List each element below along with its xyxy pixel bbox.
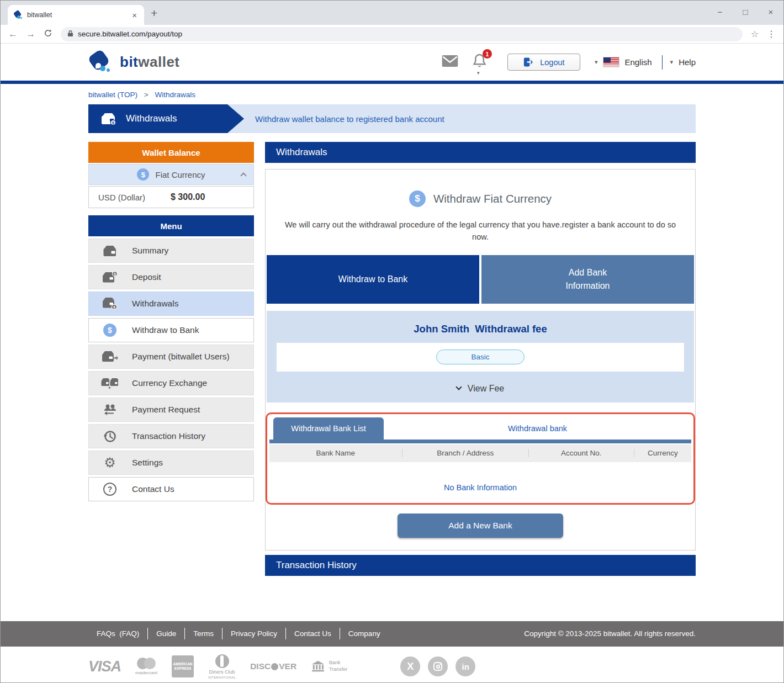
tab-underline bbox=[269, 440, 691, 443]
bank-transfer-logo: Bank Transfer bbox=[311, 660, 347, 673]
language-label[interactable]: English bbox=[624, 57, 651, 67]
sidebar-item-withdrawals[interactable]: $ Withdrawals bbox=[88, 292, 254, 316]
withdraw-to-bank-button[interactable]: Withdraw to Bank bbox=[267, 255, 479, 304]
column-bank-name: Bank Name bbox=[269, 449, 402, 457]
wallet-icon bbox=[100, 245, 120, 257]
chevron-up-icon bbox=[240, 172, 246, 178]
help-caret-icon[interactable]: ▾ bbox=[670, 59, 674, 66]
column-branch-address: Branch / Address bbox=[402, 449, 529, 457]
sidebar-item-currency-exchange[interactable]: Currency Exchange bbox=[88, 371, 254, 395]
sidebar-item-summary[interactable]: Summary bbox=[88, 239, 254, 263]
tab-withdrawal-bank[interactable]: Withdrawal bank bbox=[384, 417, 691, 440]
footer-link-terms[interactable]: Terms bbox=[184, 628, 222, 639]
address-bar[interactable]: secure.bitwallet.com/payout/top bbox=[61, 27, 743, 41]
fiat-title: Withdraw Fiat Currency bbox=[433, 192, 552, 205]
banner-title: Withdrawals bbox=[126, 113, 177, 124]
withdrawal-fee-panel: John Smith Withdrawal fee Basic View Fee bbox=[267, 311, 694, 403]
history-clock-icon bbox=[100, 430, 120, 443]
balance-amount: $ 300.00 bbox=[171, 192, 205, 202]
maximize-button[interactable]: □ bbox=[733, 7, 758, 17]
browser-tab[interactable]: bitwallet × bbox=[8, 5, 144, 25]
sidebar-item-withdraw-to-bank[interactable]: $ Withdraw to Bank bbox=[88, 318, 254, 342]
fiat-currency-toggle[interactable]: $ Fiat Currency bbox=[88, 164, 254, 185]
wallet-balance-header: Wallet Balance bbox=[88, 142, 254, 163]
header-accent-line bbox=[1, 81, 783, 84]
notification-caret-icon: ▾ bbox=[477, 70, 480, 76]
add-bank-information-button[interactable]: Add Bank Information bbox=[481, 255, 694, 304]
footer: FAQs (FAQ) Guide Terms Privacy Policy Co… bbox=[1, 621, 783, 647]
breadcrumb: bitwallet (TOP) > Withdrawals bbox=[88, 91, 696, 99]
breadcrumb-home-link[interactable]: bitwallet (TOP) bbox=[88, 91, 137, 99]
linkedin-icon[interactable]: in bbox=[455, 656, 475, 676]
browser-tabbar: bitwallet × + − □ × bbox=[1, 1, 783, 25]
sidebar: Wallet Balance $ Fiat Currency USD (Doll… bbox=[88, 142, 254, 501]
bookmark-star-icon[interactable]: ☆ bbox=[751, 29, 759, 39]
logout-button[interactable]: Logout bbox=[507, 54, 580, 71]
wallet-payment-icon bbox=[100, 351, 120, 363]
sidebar-item-settings[interactable]: ⚙ Settings bbox=[88, 451, 254, 475]
bitwallet-favicon bbox=[13, 10, 23, 20]
people-icon bbox=[100, 404, 120, 416]
amex-logo: AMERICAN EXPRESS bbox=[172, 655, 194, 677]
footer-link-company[interactable]: Company bbox=[340, 628, 389, 639]
reload-icon[interactable] bbox=[44, 29, 52, 40]
chevron-down-icon bbox=[455, 384, 462, 390]
fee-title: John Smith Withdrawal fee bbox=[277, 323, 684, 335]
page-banner: $ Withdrawals Withdraw wallet balance to… bbox=[88, 104, 696, 133]
logo-text-bit: bit bbox=[120, 54, 138, 70]
x-social-icon[interactable]: X bbox=[400, 656, 420, 676]
tab-withdrawal-bank-list[interactable]: Withdrawal Bank List bbox=[273, 417, 384, 440]
bank-table-header: Bank Name Branch / Address Account No. C… bbox=[269, 444, 691, 462]
back-icon[interactable]: ← bbox=[8, 29, 18, 40]
language-caret-icon[interactable]: ▾ bbox=[595, 59, 598, 66]
logout-icon bbox=[523, 57, 533, 67]
withdrawals-wallet-icon: $ bbox=[100, 112, 117, 126]
banner-subtitle: Withdraw wallet balance to registered ba… bbox=[255, 114, 444, 124]
wallet-deposit-icon: $ bbox=[100, 271, 120, 284]
svg-text:$: $ bbox=[113, 305, 115, 310]
plan-badge[interactable]: Basic bbox=[436, 350, 524, 364]
sidebar-item-transaction-history[interactable]: Transaction History bbox=[88, 424, 254, 448]
bank-list-section-highlighted: Withdrawal Bank List Withdrawal bank Ban… bbox=[266, 412, 695, 505]
browser-menu-icon[interactable]: ⋮ bbox=[767, 29, 776, 39]
breadcrumb-current: Withdrawals bbox=[155, 91, 195, 99]
forward-icon[interactable]: → bbox=[26, 29, 35, 40]
sidebar-item-payment-request[interactable]: Payment Request bbox=[88, 398, 254, 422]
transaction-history-title: Transaction History bbox=[265, 555, 696, 576]
bank-building-icon bbox=[311, 660, 325, 673]
sidebar-item-payment[interactable]: Payment (bitwallet Users) bbox=[88, 345, 254, 369]
sidebar-item-contact-us[interactable]: ? Contact Us bbox=[88, 477, 254, 501]
withdraw-fiat-panel: $ Withdraw Fiat Currency We will carry o… bbox=[265, 169, 696, 550]
copyright: Copyright © 2013-2025 bitwallet. All rig… bbox=[524, 629, 696, 638]
tab-close-icon[interactable]: × bbox=[130, 10, 139, 20]
help-link[interactable]: Help bbox=[679, 57, 696, 67]
browser-urlbar: ← → secure.bitwallet.com/payout/top ☆ ⋮ bbox=[1, 25, 783, 44]
new-tab-button[interactable]: + bbox=[151, 5, 157, 22]
add-new-bank-button[interactable]: Add a New Bank bbox=[398, 513, 563, 538]
instagram-icon[interactable] bbox=[428, 656, 448, 676]
window-close-button[interactable]: × bbox=[758, 7, 783, 17]
footer-link-privacy[interactable]: Privacy Policy bbox=[222, 628, 285, 639]
site-header: bitwallet 1 ▾ Logout ▾ English bbox=[1, 44, 783, 81]
footer-link-contact[interactable]: Contact Us bbox=[285, 628, 340, 639]
notification-bell-icon[interactable]: 1 ▾ bbox=[473, 54, 486, 71]
column-currency: Currency bbox=[634, 449, 691, 457]
footer-link-faqs[interactable]: FAQs (FAQ) bbox=[88, 628, 147, 639]
logo-text-wallet: wallet bbox=[138, 54, 179, 70]
bitwallet-logo-icon bbox=[88, 51, 113, 74]
discover-logo: DISCVER bbox=[250, 661, 296, 671]
sidebar-item-deposit[interactable]: $ Deposit bbox=[88, 265, 254, 289]
footer-link-guide[interactable]: Guide bbox=[147, 628, 184, 639]
bitwallet-logo[interactable]: bitwallet bbox=[88, 51, 180, 74]
wallet-withdraw-icon: $ bbox=[100, 297, 120, 310]
view-fee-toggle[interactable]: View Fee bbox=[277, 384, 684, 394]
visa-logo: VISA bbox=[88, 658, 121, 675]
dollar-circle-icon: $ bbox=[409, 190, 426, 207]
mail-icon[interactable] bbox=[442, 55, 458, 70]
minimize-button[interactable]: − bbox=[707, 7, 733, 17]
tab-title: bitwallet bbox=[27, 11, 126, 19]
dollar-circle-icon: $ bbox=[100, 324, 120, 337]
breadcrumb-separator: > bbox=[144, 91, 149, 99]
us-flag-icon[interactable] bbox=[603, 57, 619, 67]
balance-row: USD (Dollar) $ 300.00 bbox=[88, 186, 254, 208]
